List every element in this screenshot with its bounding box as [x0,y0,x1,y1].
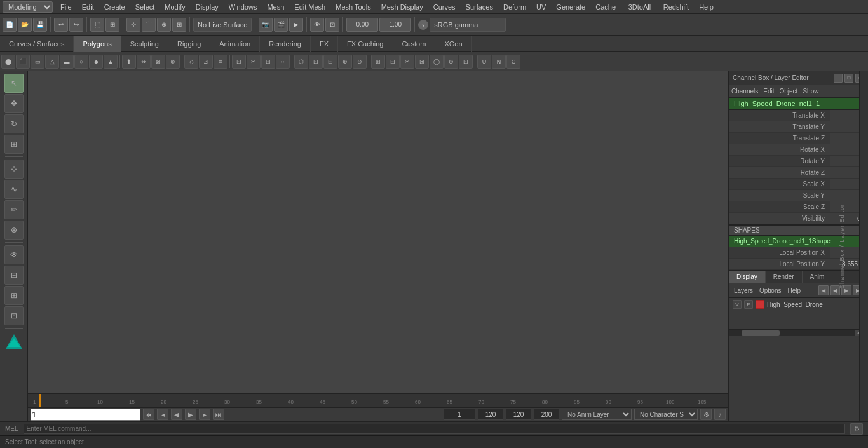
planar-btn[interactable]: ⊠ [415,55,429,69]
tab-animation[interactable]: Animation [210,36,260,52]
loop-cut-btn[interactable]: ⊡ [232,55,246,69]
frame-input[interactable]: 1 [31,409,140,421]
crease-btn[interactable]: ≡ [214,55,227,69]
show-hide-btn[interactable]: 👁 [4,245,24,264]
menu-3dto[interactable]: -3DtoAll- [621,2,658,12]
chamfer-btn[interactable]: ⊿ [199,55,213,69]
translate-y-input[interactable]: 1.00 [379,18,411,32]
snap-point-btn[interactable]: ⊕ [157,18,171,32]
maya-logo-btn[interactable] [3,331,25,354]
cylindrical-btn[interactable]: ◯ [430,55,444,69]
rotate-tool-btn[interactable]: ↻ [4,114,24,133]
select-all-btn[interactable]: ⊞ [105,18,119,32]
menu-cache[interactable]: Cache [590,2,621,12]
separate-btn[interactable]: ⊖ [353,55,367,69]
mirror-cut-btn[interactable]: ⊟ [4,266,24,285]
save-file-btn[interactable]: 💾 [33,18,47,32]
audio-btn[interactable]: ♪ [714,409,726,420]
tab-rigging[interactable]: Rigging [168,36,210,52]
menu-select[interactable]: Select [130,2,160,12]
combine-btn[interactable]: ⊕ [338,55,352,69]
move-tool-btn[interactable]: ✥ [4,94,24,113]
layout-btn[interactable]: ⊟ [386,55,400,69]
channel-local-pos-x[interactable]: Local Position X 0 [729,247,868,259]
tab-xgen[interactable]: XGen [435,36,471,52]
cb-tab-render[interactable]: Render [766,271,803,283]
channel-rotate-x[interactable]: Rotate X 0 [729,144,868,156]
channel-rotate-y[interactable]: Rotate Y 0 [729,156,868,167]
layers-menu-layers[interactable]: Layers [734,287,753,294]
redo-btn[interactable]: ↪ [69,18,83,32]
gamma-label[interactable]: sRGB gamma [430,18,506,32]
layers-icon-1[interactable]: ◀ [818,285,829,295]
color-btn[interactable]: C [506,55,520,69]
menu-edit-mesh[interactable]: Edit Mesh [289,2,330,12]
menu-redshift[interactable]: Redshift [658,2,694,12]
lasso-btn[interactable]: ∿ [4,180,24,199]
sphere-btn[interactable]: ⬤ [1,55,15,69]
layer-color-swatch[interactable] [756,300,764,309]
merge-btn[interactable]: ⊕ [166,55,180,69]
scale-tool-btn[interactable]: ⊞ [4,135,24,154]
soft-select-btn[interactable]: ⊹ [4,160,24,179]
menu-help[interactable]: Help [694,2,719,12]
pyramid-btn[interactable]: ▲ [104,55,118,69]
channel-rotate-z[interactable]: Rotate Z 0 [729,167,868,179]
isolate-btn[interactable]: ⊡ [325,18,339,32]
auto-proj-btn[interactable]: ⊡ [459,55,473,69]
menu-display[interactable]: Display [191,2,224,12]
layers-menu-help[interactable]: Help [787,287,801,294]
prism-btn[interactable]: ◆ [89,55,103,69]
multi-cut-btn[interactable]: ✂ [247,55,261,69]
menu-generate[interactable]: Generate [551,2,590,12]
step-back-btn[interactable]: ◂ [157,409,168,420]
cmd-settings-btn[interactable]: ⚙ [850,423,863,435]
tab-fx-caching[interactable]: FX Caching [338,36,393,52]
smooth-btn[interactable]: ⬡ [294,55,308,69]
tab-rendering[interactable]: Rendering [260,36,311,52]
channel-local-pos-y[interactable]: Local Position Y 8.655 ▼ [729,259,868,270]
channel-translate-z[interactable]: Translate Z 0 [729,133,868,144]
end-frame-input[interactable]: 120 [478,409,503,420]
cb-maximize-btn[interactable]: □ [844,74,853,83]
ipr-btn[interactable]: ▶ [289,18,303,32]
menu-curves[interactable]: Curves [428,2,461,12]
skip-to-start-btn[interactable]: ⏮ [143,409,154,420]
snap-surface-btn[interactable]: ⊞ [172,18,186,32]
channel-visibility[interactable]: Visibility on [729,213,868,224]
play-start-input[interactable]: 120 [506,409,531,420]
anim-settings-btn[interactable]: ⚙ [700,409,712,420]
snap-together-btn[interactable]: ⊞ [4,286,24,305]
layer-playback-btn[interactable]: P [744,300,753,309]
torus-btn[interactable]: ○ [74,55,88,69]
unfold-btn[interactable]: ⊞ [371,55,385,69]
menu-create[interactable]: Create [99,2,130,12]
char-set-select[interactable]: No Character Set [634,409,698,420]
cyl-btn[interactable]: ▭ [31,55,44,69]
tab-curves-surfaces[interactable]: Curves / Surfaces [0,36,74,52]
channel-scale-z[interactable]: Scale Z 1 [729,201,868,213]
menu-windows[interactable]: Windows [224,2,262,12]
layer-vis-btn[interactable]: V [733,300,742,309]
tab-custom[interactable]: Custom [393,36,436,52]
subdiv-btn[interactable]: ⊡ [309,55,323,69]
skip-to-end-btn[interactable]: ⏭ [213,409,224,420]
norm-btn[interactable]: N [492,55,506,69]
menu-mesh-tools[interactable]: Mesh Tools [330,2,376,12]
cone-btn[interactable]: △ [45,55,59,69]
channel-scale-x[interactable]: Scale X 1 [729,179,868,190]
cb-menu-object[interactable]: Object [780,88,798,95]
translate-x-input[interactable]: 0.00 [346,18,378,32]
timeline-ruler[interactable]: 1 5 10 15 20 25 30 35 40 45 50 55 60 [28,394,728,408]
menu-surfaces[interactable]: Surfaces [461,2,498,12]
plane-btn[interactable]: ▬ [60,55,74,69]
snap-grid-btn[interactable]: ⊹ [126,18,140,32]
play-fwd-btn[interactable]: ▶ [185,409,196,420]
layers-menu-options[interactable]: Options [759,287,781,294]
channel-scale-y[interactable]: Scale Y 1 [729,190,868,201]
mode-selector[interactable]: Modeling Rigging Animation [3,1,53,13]
anim-layer-select[interactable]: No Anim Layer [562,409,632,420]
menu-file[interactable]: File [55,2,77,12]
mirror-btn[interactable]: ⊟ [323,55,337,69]
cube-btn[interactable]: ⬛ [16,55,30,69]
